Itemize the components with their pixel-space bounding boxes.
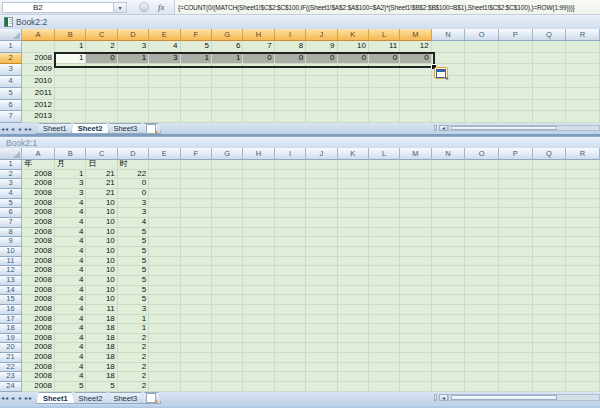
- cell-G19[interactable]: [212, 334, 243, 344]
- row-header-14[interactable]: 14: [0, 286, 22, 296]
- cell-O7[interactable]: [465, 218, 499, 228]
- cell-D5[interactable]: [118, 88, 149, 100]
- cell-H13[interactable]: [243, 276, 274, 286]
- cell-K2[interactable]: 0: [338, 53, 369, 65]
- cell-H8[interactable]: [243, 228, 274, 238]
- cell-N18[interactable]: [432, 324, 466, 334]
- column-header-D[interactable]: D: [118, 29, 149, 41]
- cell-B4[interactable]: 3: [55, 189, 86, 199]
- cell-E22[interactable]: [149, 363, 180, 373]
- cell-R11[interactable]: [566, 257, 600, 267]
- cell-P3[interactable]: [499, 64, 533, 76]
- cell-J21[interactable]: [306, 353, 337, 363]
- cell-B14[interactable]: 4: [55, 286, 86, 296]
- cell-G6[interactable]: [212, 100, 243, 112]
- cell-L14[interactable]: [369, 286, 400, 296]
- cell-D22[interactable]: 2: [118, 363, 149, 373]
- cell-H5[interactable]: [243, 88, 274, 100]
- cell-E6[interactable]: [149, 100, 180, 112]
- cell-C12[interactable]: 10: [86, 266, 117, 276]
- cell-P1[interactable]: [499, 41, 533, 53]
- cell-H18[interactable]: [243, 324, 274, 334]
- cell-D14[interactable]: 5: [118, 286, 149, 296]
- cell-F7[interactable]: [181, 218, 212, 228]
- row-header-1[interactable]: 1: [0, 41, 22, 53]
- cell-K9[interactable]: [338, 237, 369, 247]
- cell-Q17[interactable]: [533, 315, 567, 325]
- cell-J7[interactable]: [306, 218, 337, 228]
- cell-Q8[interactable]: [533, 228, 567, 238]
- cell-A10[interactable]: 2008: [22, 247, 55, 257]
- row-header-4[interactable]: 4: [0, 189, 22, 199]
- cell-A7[interactable]: 2013: [22, 111, 55, 123]
- cell-L18[interactable]: [369, 324, 400, 334]
- cell-I7[interactable]: [275, 218, 306, 228]
- cell-C6[interactable]: 10: [86, 208, 117, 218]
- cell-J18[interactable]: [306, 324, 337, 334]
- cell-L8[interactable]: [369, 228, 400, 238]
- cell-C3[interactable]: 21: [86, 179, 117, 189]
- cell-E5[interactable]: [149, 88, 180, 100]
- cell-R1[interactable]: [566, 41, 600, 53]
- cell-R6[interactable]: [566, 208, 600, 218]
- cell-C9[interactable]: 10: [86, 237, 117, 247]
- cell-K7[interactable]: [338, 111, 369, 123]
- cell-H1[interactable]: 7: [243, 41, 274, 53]
- cell-M15[interactable]: [400, 295, 431, 305]
- cell-H3[interactable]: [243, 64, 274, 76]
- cell-L7[interactable]: [369, 111, 400, 123]
- cell-E9[interactable]: [149, 237, 180, 247]
- cell-E23[interactable]: [149, 372, 180, 382]
- cell-E10[interactable]: [149, 247, 180, 257]
- cell-J1[interactable]: 9: [306, 41, 337, 53]
- cell-P2[interactable]: [499, 170, 533, 180]
- column-header-M[interactable]: M: [400, 29, 431, 41]
- cell-K18[interactable]: [338, 324, 369, 334]
- row-header-11[interactable]: 11: [0, 257, 22, 267]
- cell-F18[interactable]: [181, 324, 212, 334]
- cell-K2[interactable]: [338, 170, 369, 180]
- name-box[interactable]: B2: [2, 2, 114, 13]
- cell-L20[interactable]: [369, 343, 400, 353]
- cell-B11[interactable]: 4: [55, 257, 86, 267]
- cell-D7[interactable]: 4: [118, 218, 149, 228]
- cell-I3[interactable]: [275, 64, 306, 76]
- row-header-18[interactable]: 18: [0, 324, 22, 334]
- cell-M19[interactable]: [400, 334, 431, 344]
- cell-R4[interactable]: [566, 76, 600, 88]
- cell-D4[interactable]: [118, 76, 149, 88]
- cell-J5[interactable]: [306, 88, 337, 100]
- cell-M8[interactable]: [400, 228, 431, 238]
- cell-Q19[interactable]: [533, 334, 567, 344]
- cell-R15[interactable]: [566, 295, 600, 305]
- cell-M5[interactable]: [400, 88, 431, 100]
- cell-J16[interactable]: [306, 305, 337, 315]
- column-header-C[interactable]: C: [86, 29, 117, 41]
- row-header-2[interactable]: 2: [0, 170, 22, 180]
- cell-J4[interactable]: [306, 76, 337, 88]
- cell-R5[interactable]: [566, 199, 600, 209]
- cell-I11[interactable]: [275, 257, 306, 267]
- cell-A23[interactable]: 2008: [22, 372, 55, 382]
- cell-O15[interactable]: [465, 295, 499, 305]
- cell-K16[interactable]: [338, 305, 369, 315]
- cell-O7[interactable]: [465, 111, 499, 123]
- cell-N1[interactable]: [432, 41, 466, 53]
- cell-J6[interactable]: [306, 100, 337, 112]
- cell-A4[interactable]: 2008: [22, 189, 55, 199]
- cell-Q1[interactable]: [533, 41, 567, 53]
- cell-Q5[interactable]: [533, 88, 567, 100]
- cell-E8[interactable]: [149, 228, 180, 238]
- cell-H19[interactable]: [243, 334, 274, 344]
- cell-D20[interactable]: 2: [118, 343, 149, 353]
- cell-B1[interactable]: 1: [55, 41, 86, 53]
- cell-M21[interactable]: [400, 353, 431, 363]
- cell-H20[interactable]: [243, 343, 274, 353]
- cell-A13[interactable]: 2008: [22, 276, 55, 286]
- cell-F21[interactable]: [181, 353, 212, 363]
- cell-N6[interactable]: [432, 208, 466, 218]
- cell-E20[interactable]: [149, 343, 180, 353]
- cell-A7[interactable]: 2008: [22, 218, 55, 228]
- cell-L12[interactable]: [369, 266, 400, 276]
- select-all-corner[interactable]: [0, 29, 22, 41]
